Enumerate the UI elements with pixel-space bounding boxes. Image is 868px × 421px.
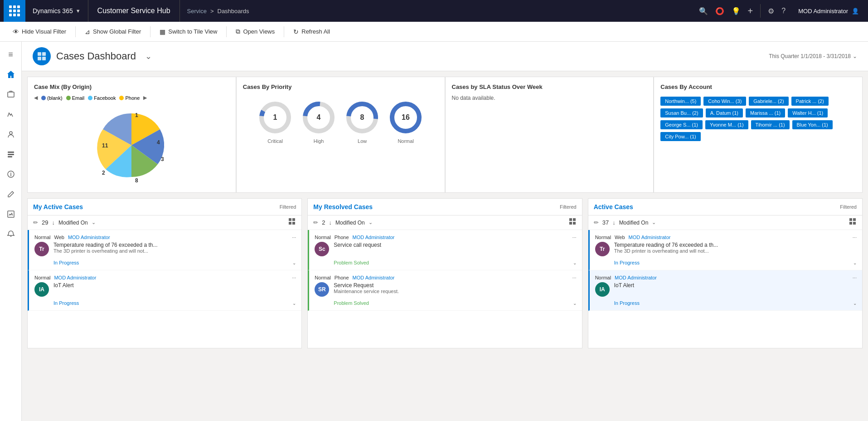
account-tag-citypow[interactable]: City Pow... (1) bbox=[660, 132, 700, 141]
d365-nav[interactable]: Dynamics 365 ▼ bbox=[25, 0, 88, 22]
case-status-chevron-icon[interactable]: ⌄ bbox=[853, 301, 857, 306]
case-more-icon[interactable]: ··· bbox=[292, 235, 296, 240]
sort-chevron-icon[interactable]: ⌄ bbox=[92, 220, 96, 225]
case-status: In Progress ⌄ bbox=[595, 299, 857, 306]
sidebar-item-alerts[interactable] bbox=[2, 225, 20, 243]
case-mix-chart: Case Mix (By Origin) ◀ (blank) Email Fac… bbox=[27, 77, 236, 193]
top-nav-right: 🔍 ⭕ 💡 + ⚙ ? MOD Administrator 👤 bbox=[699, 4, 864, 18]
dashboard-icon bbox=[33, 47, 51, 65]
case-more-icon[interactable]: ··· bbox=[572, 275, 576, 280]
svg-rect-10 bbox=[42, 57, 46, 60]
svg-text:8: 8 bbox=[135, 177, 138, 184]
refresh-all-button[interactable]: ↻ Refresh All bbox=[288, 25, 335, 38]
filter-icon: ⊿ bbox=[85, 28, 90, 35]
sidebar-item-contacts[interactable] bbox=[2, 125, 20, 143]
dashboard-period[interactable]: This Quarter 1/1/2018 - 3/31/2018 ⌄ bbox=[769, 53, 857, 59]
case-body: IA IoT Alert bbox=[595, 282, 857, 297]
account-tag-marissa[interactable]: Marissa ... (1) bbox=[746, 108, 785, 117]
sidebar-item-menu[interactable]: ≡ bbox=[2, 45, 20, 64]
sla-no-data: No data available. bbox=[452, 95, 647, 101]
my-resolved-filter: Filtered bbox=[560, 204, 577, 210]
switch-tile-view-button[interactable]: ▦ Switch to Tile View bbox=[154, 25, 223, 38]
svg-rect-9 bbox=[38, 57, 41, 60]
case-info: Temperature reading of 76 exceeded a th.… bbox=[614, 242, 857, 254]
open-views-button[interactable]: ⧉ Open Views bbox=[230, 25, 280, 38]
my-active-cases-list: Normal Web MOD Administrator ··· Tr Temp… bbox=[28, 230, 301, 348]
my-active-cases-toolbar: ✏ 29 ↓ Modified On ⌄ bbox=[28, 215, 301, 230]
case-meta: Normal Phone MOD Administrator ··· bbox=[315, 235, 576, 240]
dashboard-chevron-icon[interactable]: ⌄ bbox=[145, 51, 152, 61]
user-profile[interactable]: MOD Administrator 👤 bbox=[793, 8, 864, 15]
donut-high-svg: 4 bbox=[301, 99, 337, 136]
cases-account-chart: Cases By Account Northwin... (5) Coho Wi… bbox=[654, 77, 863, 193]
edit-columns-icon[interactable]: ✏ bbox=[313, 219, 318, 226]
edit-columns-icon[interactable]: ✏ bbox=[594, 219, 599, 226]
sidebar-item-home[interactable] bbox=[2, 65, 20, 83]
add-icon[interactable]: + bbox=[748, 6, 753, 16]
sidebar-item-activities[interactable] bbox=[2, 105, 20, 123]
view-toggle-icon[interactable] bbox=[289, 218, 296, 227]
sort-desc-icon[interactable]: ↓ bbox=[52, 219, 55, 226]
account-tag-walterh[interactable]: Walter H... (1) bbox=[788, 108, 828, 117]
case-more-icon[interactable]: ··· bbox=[853, 235, 857, 240]
account-tag-blueyon[interactable]: Blue Yon... (1) bbox=[792, 120, 833, 129]
info-icon[interactable]: 💡 bbox=[732, 7, 741, 15]
edit-columns-icon[interactable]: ✏ bbox=[33, 219, 38, 226]
sort-chevron-icon[interactable]: ⌄ bbox=[652, 220, 656, 225]
active-cases-toolbar: ✏ 37 ↓ Modified On ⌄ bbox=[588, 215, 862, 230]
case-status-chevron-icon[interactable]: ⌄ bbox=[292, 301, 296, 306]
case-meta: Normal MOD Administrator ··· bbox=[34, 275, 296, 280]
view-toggle-icon[interactable] bbox=[569, 218, 577, 227]
account-tag-adatum[interactable]: A. Datum (1) bbox=[706, 108, 743, 117]
apps-waffle[interactable] bbox=[4, 0, 25, 22]
account-tag-patrick[interactable]: Patrick ... (2) bbox=[791, 97, 829, 106]
tasks-icon[interactable]: ⭕ bbox=[715, 7, 724, 15]
donut-high: 4 High bbox=[301, 99, 337, 144]
case-meta: Normal Web MOD Administrator ··· bbox=[595, 235, 857, 240]
help-icon[interactable]: ? bbox=[781, 7, 786, 15]
sidebar-item-edit[interactable] bbox=[2, 185, 20, 203]
account-tag-northwin[interactable]: Northwin... (5) bbox=[660, 97, 701, 106]
svg-rect-31 bbox=[292, 222, 295, 225]
sidebar-item-cases[interactable] bbox=[2, 85, 20, 103]
svg-text:3: 3 bbox=[161, 156, 164, 162]
account-tag-yvonem[interactable]: Yvonne M... (1) bbox=[705, 120, 748, 129]
case-status-chevron-icon[interactable]: ⌄ bbox=[573, 260, 577, 265]
account-tag-georges[interactable]: George S... (1) bbox=[660, 120, 703, 129]
case-status-chevron-icon[interactable]: ⌄ bbox=[853, 260, 857, 265]
pie-nav-next[interactable]: ▶ bbox=[143, 95, 147, 101]
settings-icon[interactable]: ⚙ bbox=[768, 7, 774, 15]
case-more-icon[interactable]: ··· bbox=[572, 235, 576, 240]
pie-nav-prev[interactable]: ◀ bbox=[34, 95, 38, 101]
case-status-chevron-icon[interactable]: ⌄ bbox=[573, 301, 577, 306]
case-more-icon[interactable]: ··· bbox=[292, 275, 296, 280]
case-info: IoT Alert bbox=[53, 282, 296, 289]
toolbar: 👁 Hide Visual Filter ⊿ Show Global Filte… bbox=[0, 22, 868, 42]
my-active-cases-panel: My Active Cases Filtered ✏ 29 ↓ Modified… bbox=[27, 198, 302, 348]
sidebar-item-queue[interactable] bbox=[2, 145, 20, 163]
view-toggle-icon[interactable] bbox=[849, 218, 857, 227]
account-tag-gabriele[interactable]: Gabriele... (2) bbox=[749, 97, 788, 106]
case-status-chevron-icon[interactable]: ⌄ bbox=[292, 260, 296, 265]
sidebar-item-reports[interactable] bbox=[2, 205, 20, 223]
main-content: Cases Dashboard ⌄ This Quarter 1/1/2018 … bbox=[22, 42, 868, 421]
my-active-cases-count: 29 bbox=[42, 219, 48, 226]
search-icon[interactable]: 🔍 bbox=[699, 7, 708, 15]
account-tag-tihomir[interactable]: Tihomir ... (1) bbox=[751, 120, 790, 129]
sort-desc-icon[interactable]: ↓ bbox=[329, 219, 332, 226]
active-cases-header: Active Cases Filtered bbox=[588, 199, 862, 215]
account-tag-cohowin[interactable]: Coho Win... (3) bbox=[703, 97, 746, 106]
case-more-icon[interactable]: ··· bbox=[853, 275, 857, 280]
sort-chevron-icon[interactable]: ⌄ bbox=[369, 220, 373, 225]
donut-normal-svg: 16 bbox=[388, 99, 424, 136]
case-avatar: IA bbox=[595, 282, 610, 297]
hide-visual-filter-button[interactable]: 👁 Hide Visual Filter bbox=[7, 25, 72, 38]
donuts-container: 1 Critical 4 High bbox=[243, 95, 438, 148]
svg-rect-39 bbox=[853, 222, 856, 225]
sort-desc-icon[interactable]: ↓ bbox=[612, 219, 616, 226]
sidebar-item-knowledge[interactable] bbox=[2, 165, 20, 183]
case-avatar: SR bbox=[315, 282, 329, 297]
svg-rect-28 bbox=[289, 218, 291, 221]
show-global-filter-button[interactable]: ⊿ Show Global Filter bbox=[79, 25, 146, 38]
account-tag-susanbu[interactable]: Susan Bu... (2) bbox=[660, 108, 703, 117]
